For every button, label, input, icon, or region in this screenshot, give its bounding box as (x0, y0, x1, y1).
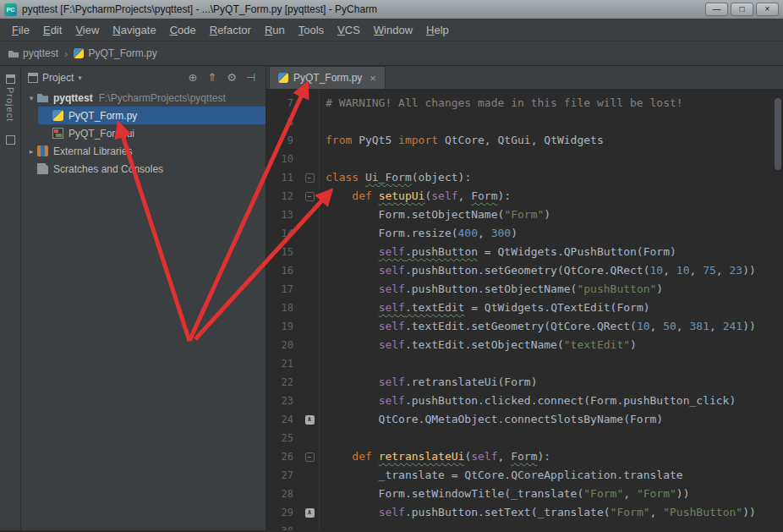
menu-item-code[interactable]: Code (163, 20, 203, 40)
close-button[interactable]: × (756, 3, 779, 16)
line-number[interactable]: 11 (266, 168, 300, 187)
line-number[interactable]: 16 (266, 261, 300, 280)
code-editor[interactable]: 7# WARNING! All changes made in this fil… (266, 90, 783, 530)
breadcrumb-file[interactable]: PyQT_Form.py (74, 47, 156, 59)
line-number[interactable]: 10 (266, 150, 300, 168)
code-line[interactable]: 18 self.textEdit = QtWidgets.QTextEdit(F… (266, 299, 783, 317)
menu-item-file[interactable]: File (5, 20, 36, 40)
gutter-fold-column (300, 485, 319, 503)
line-number[interactable]: 13 (266, 206, 300, 224)
locate-icon[interactable]: ⊕ (185, 71, 200, 84)
project-panel-title[interactable]: Project (42, 72, 74, 84)
code-line[interactable]: 9from PyQt5 import QtCore, QtGui, QtWidg… (266, 131, 783, 150)
code-line[interactable]: 22 self.retranslateUi(Form) (266, 373, 783, 392)
code-line[interactable]: 25 (266, 429, 783, 447)
tree-item-label: PyQT_Form.ui (68, 128, 134, 140)
code-line[interactable]: 24∧ QtCore.QMetaObject.connectSlotsByNam… (266, 410, 783, 429)
code-line-text (319, 354, 783, 373)
line-number[interactable]: 29 (266, 503, 300, 522)
line-number[interactable]: 25 (266, 429, 300, 447)
code-line[interactable]: 29∧ self.pushButton.setText(_translate("… (266, 503, 783, 522)
gutter-fold-column (300, 317, 319, 336)
code-line[interactable]: 8 (266, 112, 783, 131)
fold-collapse-icon[interactable]: − (305, 452, 315, 462)
settings-gear-icon[interactable]: ⚙ (224, 71, 239, 84)
maximize-button[interactable]: □ (731, 3, 753, 16)
menu-item-refactor[interactable]: Refactor (203, 20, 258, 40)
code-line[interactable]: 13 Form.setObjectName("Form") (266, 206, 783, 224)
menu-item-window[interactable]: Window (367, 20, 419, 40)
code-line[interactable]: 17 self.pushButton.setObjectName("pushBu… (266, 280, 783, 299)
code-line[interactable]: 11−class Ui_Form(object): (266, 168, 783, 187)
code-line[interactable]: 12− def setupUi(self, Form): (266, 187, 783, 206)
code-line[interactable]: 26− def retranslateUi(self, Form): (266, 447, 783, 466)
line-number[interactable]: 7 (266, 94, 300, 112)
fold-end-icon[interactable]: ∧ (305, 508, 315, 518)
fold-collapse-icon[interactable]: − (305, 173, 315, 183)
fold-end-icon[interactable]: ∧ (305, 415, 315, 425)
line-number[interactable]: 12 (266, 187, 300, 206)
code-area[interactable]: 7# WARNING! All changes made in this fil… (266, 94, 783, 530)
chevron-right-icon[interactable]: ▸ (25, 147, 37, 156)
tree-item-pyqttest[interactable]: ▾pyqttestF:\PycharmProjects\pyqttest (21, 89, 266, 107)
chevron-down-icon[interactable]: ▾ (78, 74, 82, 82)
menu-item-edit[interactable]: Edit (36, 20, 68, 40)
minimize-button[interactable]: — (705, 3, 728, 16)
menu-item-vcs[interactable]: VCS (331, 20, 367, 40)
tree-item-pyqt-form-py[interactable]: PyQT_Form.py (21, 107, 266, 124)
code-line[interactable]: 19 self.textEdit.setGeometry(QtCore.QRec… (266, 317, 783, 336)
code-line[interactable]: 7# WARNING! All changes made in this fil… (266, 94, 783, 112)
menu-item-view[interactable]: View (68, 20, 106, 40)
breadcrumb-project[interactable]: pyqttest (8, 47, 58, 59)
hide-panel-icon[interactable]: ⊣ (244, 71, 259, 84)
code-line-text: self.pushButton.setText(_translate("Form… (319, 503, 783, 522)
gutter-fold-column (300, 206, 319, 224)
menu-item-navigate[interactable]: Navigate (106, 20, 162, 40)
line-number[interactable]: 15 (266, 243, 300, 261)
line-number[interactable]: 30 (266, 522, 300, 530)
line-number[interactable]: 19 (266, 317, 300, 336)
window-title: pyqttest [F:\PycharmProjects\pyqttest] -… (22, 3, 700, 15)
tree-item-scratches-and-consoles[interactable]: Scratches and Consoles (21, 160, 266, 178)
menu-item-tools[interactable]: Tools (292, 20, 331, 40)
code-line[interactable]: 21 (266, 354, 783, 373)
code-line[interactable]: 20 self.textEdit.setObjectName("textEdit… (266, 336, 783, 354)
chevron-down-icon[interactable]: ▾ (25, 94, 37, 102)
tool-window-project-tab[interactable]: Project (5, 74, 15, 122)
code-line[interactable]: 23 self.pushButton.clicked.connect(Form.… (266, 392, 783, 410)
scrollbar-thumb[interactable] (775, 98, 781, 170)
code-line[interactable]: 30 (266, 522, 783, 530)
line-number[interactable]: 22 (266, 373, 300, 392)
editor-tab-pyqt-form[interactable]: PyQT_Form.py × (269, 66, 386, 89)
code-line[interactable]: 10 (266, 150, 783, 168)
tab-close-icon[interactable]: × (370, 72, 376, 85)
tool-window-structure-tab[interactable] (6, 135, 15, 145)
code-line[interactable]: 28 Form.setWindowTitle(_translate("Form"… (266, 485, 783, 503)
line-number[interactable]: 14 (266, 224, 300, 243)
line-number[interactable]: 17 (266, 280, 300, 299)
code-line[interactable]: 14 Form.resize(400, 300) (266, 224, 783, 243)
tree-item-external-libraries[interactable]: ▸External Libraries (21, 142, 266, 160)
python-file-icon (74, 48, 84, 58)
code-line-text (319, 112, 783, 131)
line-number[interactable]: 27 (266, 466, 300, 485)
line-number[interactable]: 28 (266, 485, 300, 503)
menu-item-help[interactable]: Help (419, 20, 456, 40)
collapse-all-icon[interactable]: ⇑ (205, 71, 220, 84)
code-line[interactable]: 15 self.pushButton = QtWidgets.QPushButt… (266, 243, 783, 261)
line-number[interactable]: 18 (266, 299, 300, 317)
menu-item-run[interactable]: Run (258, 20, 292, 40)
code-line[interactable]: 16 self.pushButton.setGeometry(QtCore.QR… (266, 261, 783, 280)
tree-item-pyqt-form-ui[interactable]: PyQT_Form.ui (21, 124, 266, 142)
line-number[interactable]: 9 (266, 131, 300, 150)
fold-collapse-icon[interactable]: − (305, 192, 315, 201)
line-number[interactable]: 23 (266, 392, 300, 410)
line-number[interactable]: 21 (266, 354, 300, 373)
line-number[interactable]: 26 (266, 447, 300, 466)
gutter-fold-column (300, 373, 319, 392)
line-number[interactable]: 24 (266, 410, 300, 429)
line-number[interactable]: 20 (266, 336, 300, 354)
editor-scrollbar[interactable] (772, 90, 783, 530)
code-line[interactable]: 27 _translate = QtCore.QCoreApplication.… (266, 466, 783, 485)
line-number[interactable]: 8 (266, 112, 300, 131)
